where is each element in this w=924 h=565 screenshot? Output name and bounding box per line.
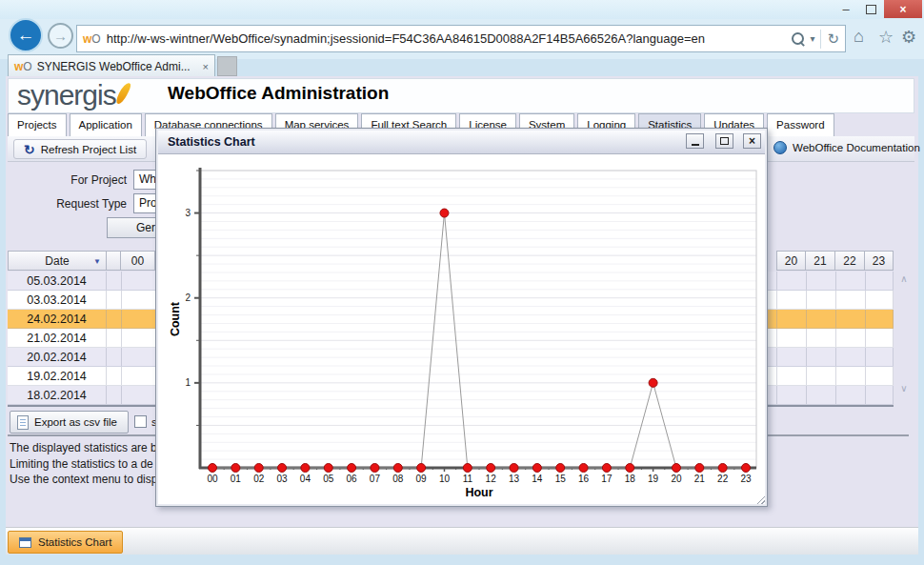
search-icon[interactable] [792, 32, 804, 45]
browser-tab[interactable]: wO SYNERGIS WebOffice Admi... × [8, 54, 215, 77]
column-header-23[interactable]: 23 [864, 251, 894, 271]
svg-text:19: 19 [648, 474, 659, 484]
sort-caret-icon[interactable]: ▼ [93, 257, 101, 266]
column-header-date[interactable]: Date ▼ [8, 251, 107, 271]
svg-text:09: 09 [416, 474, 428, 484]
for-project-label: For Project [8, 173, 127, 187]
tab-projects[interactable]: Projects [8, 113, 67, 137]
logo-text: synergis [17, 80, 116, 111]
svg-text:1: 1 [185, 377, 191, 388]
info-line: Use the context menu to disp [10, 472, 157, 488]
svg-text:11: 11 [463, 474, 473, 484]
doc-link-label: WebOffice Documentation [793, 142, 920, 153]
svg-text:23: 23 [740, 474, 752, 484]
minimize-icon [692, 144, 699, 146]
svg-text:17: 17 [601, 474, 613, 484]
column-header-21[interactable]: 21 [805, 251, 835, 271]
svg-text:14: 14 [532, 474, 543, 484]
svg-text:01: 01 [231, 474, 242, 484]
svg-text:Hour: Hour [465, 486, 492, 499]
refresh-page-icon[interactable]: ↻ [827, 30, 839, 48]
home-icon[interactable]: ⌂ [854, 27, 864, 47]
svg-text:16: 16 [578, 474, 590, 484]
statistics-chart-dialog: Statistics Chart × 123000102030405060708… [155, 128, 768, 507]
svg-text:Count: Count [169, 301, 182, 336]
svg-text:18: 18 [625, 474, 636, 484]
dialog-maximize-button[interactable] [715, 133, 733, 149]
export-csv-button[interactable]: Export as csv file [10, 411, 129, 434]
svg-text:22: 22 [717, 474, 729, 484]
svg-text:20: 20 [671, 474, 682, 484]
window-taskbar [6, 527, 918, 555]
window-icon [19, 537, 31, 548]
tab-application[interactable]: Application [70, 113, 142, 137]
row-date: 03.03.2014 [8, 293, 106, 307]
maximize-icon [720, 137, 729, 145]
dialog-minimize-button[interactable] [686, 133, 704, 149]
svg-text:12: 12 [486, 474, 497, 484]
window-maximize-button[interactable] [859, 0, 882, 18]
window-titlebar[interactable] [0, 0, 924, 19]
window-close-button[interactable]: × [884, 0, 922, 18]
refresh-project-list-button[interactable]: ↻ Refresh Project List [13, 139, 147, 159]
settings-gear-icon[interactable]: ⚙ [901, 27, 916, 48]
taskbar-statistics-chart-button[interactable]: Statistics Chart [8, 531, 123, 554]
weboffice-documentation-link[interactable]: WebOffice Documentation [773, 141, 920, 154]
column-header-20[interactable]: 20 [776, 251, 806, 271]
dialog-close-button[interactable]: × [743, 133, 761, 149]
svg-text:2: 2 [185, 293, 191, 303]
help-globe-icon [773, 141, 787, 154]
synergis-logo: synergis [17, 80, 128, 111]
page-title: WebOffice Administration [168, 83, 389, 104]
svg-text:10: 10 [439, 474, 451, 484]
row-date: 20.02.2014 [8, 351, 106, 364]
svg-text:03: 03 [276, 474, 288, 484]
svg-text:13: 13 [509, 474, 520, 484]
svg-text:07: 07 [370, 474, 381, 484]
statistics-line-chart[interactable]: 1230001020304050607080910111213141516171… [156, 154, 767, 508]
row-date: 19.02.2014 [8, 370, 106, 383]
forward-button[interactable]: → [48, 23, 73, 49]
dialog-titlebar[interactable]: Statistics Chart [158, 131, 765, 154]
refresh-label: Refresh Project List [41, 144, 136, 155]
taskbar-button-label: Statistics Chart [38, 536, 111, 548]
scroll-down-icon[interactable]: ∨ [896, 383, 912, 393]
tab-title: SYNERGIS WebOffice Admi... [37, 60, 198, 73]
column-header-00[interactable]: 00 [120, 251, 155, 271]
info-line: The displayed statistics are b [10, 440, 157, 456]
date-header-label: Date [45, 254, 69, 268]
row-date: 05.03.2014 [8, 274, 106, 288]
search-dropdown-caret-icon[interactable]: ▾ [810, 33, 814, 44]
export-label: Export as csv file [34, 416, 117, 428]
svg-text:04: 04 [300, 474, 311, 484]
back-button[interactable]: ← [9, 18, 43, 52]
column-header-narrow [106, 251, 121, 271]
tab-close-icon[interactable]: × [203, 61, 209, 72]
address-bar[interactable]: wO http://w-ws-wintner/WebOffice/synadmi… [76, 25, 846, 52]
tab-password[interactable]: Password [767, 113, 834, 137]
favorites-star-icon[interactable]: ☆ [878, 27, 894, 48]
svg-text:00: 00 [207, 474, 218, 484]
new-tab-button[interactable] [217, 56, 237, 76]
svg-text:08: 08 [392, 474, 404, 484]
row-date: 21.02.2014 [8, 332, 106, 345]
address-input[interactable]: http://w-ws-wintner/WebOffice/synadmin;j… [107, 31, 787, 46]
column-header-22[interactable]: 22 [834, 251, 865, 271]
browser-window: – × wO http://w-ws-wintner/WebOffice/syn… [0, 0, 924, 565]
divider [820, 30, 821, 49]
page-header [8, 78, 914, 113]
svg-text:21: 21 [694, 474, 706, 484]
svg-text:05: 05 [323, 474, 334, 484]
row-date: 18.02.2014 [8, 389, 106, 402]
window-minimize-button[interactable]: – [834, 0, 857, 18]
svg-text:15: 15 [555, 474, 567, 484]
svg-text:02: 02 [253, 474, 265, 484]
info-text: The displayed statistics are b Limiting … [10, 440, 157, 488]
scroll-up-icon[interactable]: ∧ [896, 273, 912, 284]
row-date: 24.02.2014 [8, 313, 106, 326]
dialog-title: Statistics Chart [168, 135, 255, 149]
request-type-label: Request Type [8, 197, 127, 211]
maximize-icon [866, 5, 876, 14]
statistics-checkbox[interactable] [134, 415, 147, 428]
info-line: Limiting the statistics to a de [10, 456, 157, 473]
